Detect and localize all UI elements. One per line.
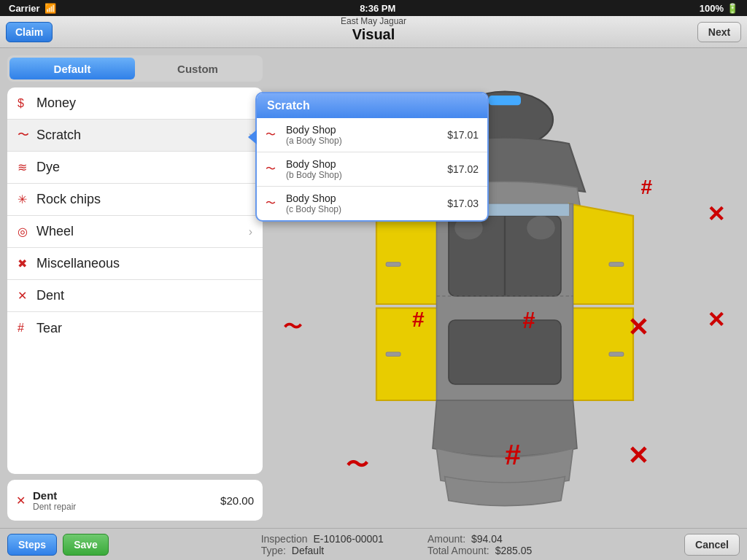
left-panel: Default Custom $ Money 〜 Scratch › ≋ Dye… xyxy=(7,55,263,521)
popup-shop-name-1: Body Shop (a Body Shop) xyxy=(286,124,441,146)
svg-text:#: # xyxy=(505,438,521,470)
amount-row: Amount: $94.04 xyxy=(427,533,532,545)
inspection-label: Inspection xyxy=(261,533,308,545)
bottom-bar: Steps Save Inspection E-10106-00001 Type… xyxy=(0,528,747,560)
svg-text:〜: 〜 xyxy=(346,452,368,478)
steps-button[interactable]: Steps xyxy=(7,534,57,556)
menu-label-miscellaneous: Miscellaneous xyxy=(36,256,252,271)
dent-icon: ✕ xyxy=(18,289,36,303)
wheel-icon: ◎ xyxy=(18,225,36,238)
status-bar: Carrier 📶 8:36 PM 100% 🔋 xyxy=(0,0,747,16)
amount-value: $94.04 xyxy=(471,533,503,545)
menu-item-tear[interactable]: # Tear xyxy=(7,312,263,344)
rock-chips-icon: ✳ xyxy=(18,192,36,206)
type-label: Type: xyxy=(261,545,286,556)
menu-label-rock-chips: Rock chips xyxy=(36,192,252,207)
nav-subtitle: East May Jaguar xyxy=(0,16,747,26)
popup-row-2[interactable]: 〜 Body Shop (b Body Shop) $17.02 xyxy=(257,152,487,187)
custom-tab[interactable]: Custom xyxy=(135,58,260,79)
misc-icon: ✖ xyxy=(18,257,36,271)
total-value: $285.05 xyxy=(495,545,533,556)
nav-title: Visual xyxy=(0,26,747,43)
wheel-chevron-icon: › xyxy=(249,225,252,238)
shop-icon-1: 〜 xyxy=(266,128,280,141)
svg-text:✕: ✕ xyxy=(627,441,649,470)
popup-shop-name-3: Body Shop (c Body Shop) xyxy=(286,192,441,214)
popup-header: Scratch xyxy=(257,93,487,118)
wifi-icon: 📶 xyxy=(44,3,56,14)
menu-label-dye: Dye xyxy=(36,160,252,175)
menu-item-dent[interactable]: ✕ Dent xyxy=(7,280,263,312)
shop-name-3: Body Shop xyxy=(286,192,441,204)
bottom-info-left: Inspection E-10106-00001 Type: Default xyxy=(261,533,384,556)
toggle-row: Default Custom xyxy=(7,55,263,82)
tear-icon: # xyxy=(18,322,36,335)
money-icon: $ xyxy=(18,97,36,110)
battery-label: 100% xyxy=(700,3,724,14)
svg-text:#: # xyxy=(522,308,535,333)
svg-rect-8 xyxy=(609,262,624,267)
nav-bar: Claim East May Jaguar Visual Next xyxy=(0,16,747,48)
svg-point-4 xyxy=(527,216,556,240)
menu-list: $ Money 〜 Scratch › ≋ Dye ✳ Rock chips ◎… xyxy=(7,88,263,474)
shop-sub-1: (a Body Shop) xyxy=(286,136,441,146)
total-row: Total Amount: $285.05 xyxy=(427,545,532,556)
popup-price-1: $17.01 xyxy=(447,129,479,141)
card-subtitle: Dent repair xyxy=(33,502,213,512)
type-row: Type: Default xyxy=(261,545,384,556)
main-content: Default Custom $ Money 〜 Scratch › ≋ Dye… xyxy=(0,48,747,528)
battery-icon: 🔋 xyxy=(727,3,738,14)
status-right: 100% 🔋 xyxy=(700,3,738,14)
menu-label-scratch: Scratch xyxy=(36,128,249,143)
carrier-label: Carrier xyxy=(9,3,40,14)
menu-label-tear: Tear xyxy=(36,321,252,336)
menu-item-rock-chips[interactable]: ✳ Rock chips xyxy=(7,184,263,216)
amount-label: Amount: xyxy=(427,533,465,545)
card-amount: $20.00 xyxy=(220,494,254,507)
menu-label-money: Money xyxy=(36,96,252,111)
shop-sub-2: (b Body Shop) xyxy=(286,170,441,180)
menu-label-wheel: Wheel xyxy=(36,224,249,239)
svg-text:✕: ✕ xyxy=(627,313,649,341)
right-panel: Scratch 〜 Body Shop (a Body Shop) $17.01… xyxy=(270,55,740,521)
status-left: Carrier 📶 xyxy=(9,3,56,14)
menu-item-scratch[interactable]: 〜 Scratch › xyxy=(7,120,263,152)
save-button[interactable]: Save xyxy=(63,534,109,556)
bottom-card: ✕ Dent Dent repair $20.00 xyxy=(7,480,263,521)
default-tab[interactable]: Default xyxy=(9,58,135,79)
card-dent-icon: ✕ xyxy=(16,494,26,508)
card-title: Dent xyxy=(33,489,213,502)
svg-rect-1 xyxy=(489,96,521,105)
popup-price-2: $17.02 xyxy=(447,163,479,175)
shop-name-2: Body Shop xyxy=(286,158,441,170)
scratch-popup: Scratch 〜 Body Shop (a Body Shop) $17.01… xyxy=(255,92,489,222)
menu-label-dent: Dent xyxy=(36,288,252,303)
shop-icon-3: 〜 xyxy=(266,197,280,210)
svg-rect-10 xyxy=(609,352,624,357)
popup-row-3[interactable]: 〜 Body Shop (c Body Shop) $17.03 xyxy=(257,187,487,220)
next-button[interactable]: Next xyxy=(697,22,741,42)
svg-rect-6 xyxy=(449,320,561,384)
svg-rect-7 xyxy=(386,262,400,267)
menu-item-wheel[interactable]: ◎ Wheel › xyxy=(7,216,263,248)
menu-item-dye[interactable]: ≋ Dye xyxy=(7,152,263,184)
total-label: Total Amount: xyxy=(427,545,489,556)
popup-price-3: $17.03 xyxy=(447,198,479,209)
dye-icon: ≋ xyxy=(18,160,36,174)
bottom-info: Inspection E-10106-00001 Type: Default A… xyxy=(115,533,678,556)
shop-sub-3: (c Body Shop) xyxy=(286,204,441,214)
bottom-info-right: Amount: $94.04 Total Amount: $285.05 xyxy=(427,533,532,556)
claim-button[interactable]: Claim xyxy=(6,22,53,42)
menu-item-money[interactable]: $ Money xyxy=(7,88,263,120)
popup-row-1[interactable]: 〜 Body Shop (a Body Shop) $17.01 xyxy=(257,118,487,152)
inspection-row: Inspection E-10106-00001 xyxy=(261,533,384,545)
time-label: 8:36 PM xyxy=(360,3,395,14)
card-info: Dent Dent repair xyxy=(33,489,213,512)
shop-icon-2: 〜 xyxy=(266,163,280,176)
scratch-icon: 〜 xyxy=(18,128,36,143)
inspection-value: E-10106-00001 xyxy=(313,533,384,545)
svg-rect-9 xyxy=(386,352,400,357)
cancel-button[interactable]: Cancel xyxy=(684,534,740,556)
type-value: Default xyxy=(292,545,324,556)
menu-item-miscellaneous[interactable]: ✖ Miscellaneous xyxy=(7,248,263,280)
